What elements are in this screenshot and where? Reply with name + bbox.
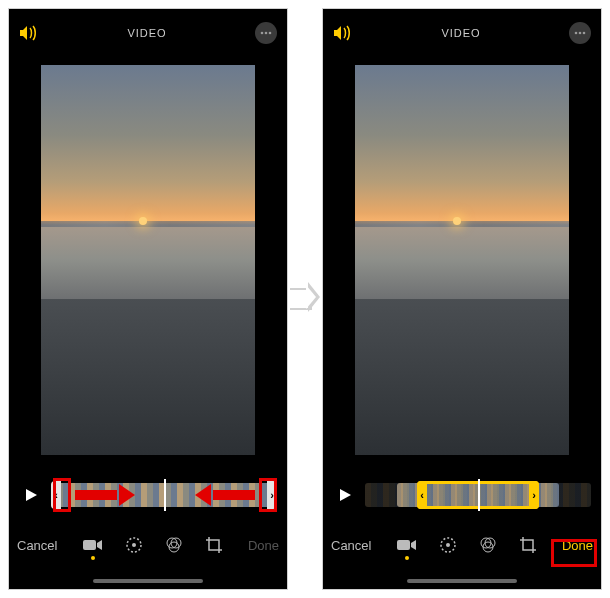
mode-title: VIDEO bbox=[127, 27, 166, 39]
playhead[interactable] bbox=[478, 479, 480, 511]
top-bar: VIDEO bbox=[9, 9, 287, 57]
bottom-toolbar: Cancel Done bbox=[9, 527, 287, 563]
volume-icon[interactable] bbox=[333, 25, 353, 41]
play-button[interactable] bbox=[333, 483, 357, 507]
svg-point-2 bbox=[269, 32, 272, 35]
trim-handle-left[interactable]: ‹ bbox=[417, 481, 427, 509]
svg-rect-12 bbox=[397, 540, 410, 550]
svg-point-10 bbox=[579, 32, 582, 35]
annotation-done-box bbox=[551, 539, 597, 567]
home-indicator bbox=[93, 579, 203, 583]
svg-point-5 bbox=[132, 543, 136, 547]
mode-title: VIDEO bbox=[441, 27, 480, 39]
cancel-button[interactable]: Cancel bbox=[17, 538, 57, 553]
annotation-right-handle-box bbox=[259, 478, 277, 512]
video-preview[interactable] bbox=[355, 65, 569, 455]
filters-icon[interactable] bbox=[479, 536, 497, 554]
svg-rect-3 bbox=[83, 540, 96, 550]
play-button[interactable] bbox=[19, 483, 43, 507]
svg-point-14 bbox=[446, 543, 450, 547]
editor-screenshot-step1: VIDEO ‹ › Cancel bbox=[8, 8, 288, 590]
svg-point-8 bbox=[169, 542, 179, 552]
timeline-row: ‹ › bbox=[333, 481, 591, 509]
crop-icon[interactable] bbox=[519, 536, 537, 554]
svg-point-0 bbox=[261, 32, 264, 35]
video-icon[interactable] bbox=[397, 538, 417, 552]
more-icon[interactable] bbox=[255, 22, 277, 44]
home-indicator bbox=[407, 579, 517, 583]
annotation-arrow-right bbox=[75, 484, 135, 506]
done-button[interactable]: Done bbox=[248, 538, 279, 553]
adjust-icon[interactable] bbox=[439, 536, 457, 554]
cancel-button[interactable]: Cancel bbox=[331, 538, 371, 553]
svg-point-9 bbox=[575, 32, 578, 35]
adjust-icon[interactable] bbox=[125, 536, 143, 554]
filters-icon[interactable] bbox=[165, 536, 183, 554]
volume-icon[interactable] bbox=[19, 25, 39, 41]
step-arrow-icon bbox=[290, 280, 318, 314]
trim-handle-right[interactable]: › bbox=[529, 481, 539, 509]
trim-strip[interactable]: ‹ › bbox=[365, 481, 591, 509]
svg-point-1 bbox=[265, 32, 268, 35]
video-preview[interactable] bbox=[41, 65, 255, 455]
top-bar: VIDEO bbox=[323, 9, 601, 57]
crop-icon[interactable] bbox=[205, 536, 223, 554]
editor-screenshot-step2: VIDEO ‹ › Cancel bbox=[322, 8, 602, 590]
annotation-arrow-left bbox=[195, 484, 255, 506]
more-icon[interactable] bbox=[569, 22, 591, 44]
playhead[interactable] bbox=[164, 479, 166, 511]
svg-point-11 bbox=[583, 32, 586, 35]
video-icon[interactable] bbox=[83, 538, 103, 552]
annotation-left-handle-box bbox=[53, 478, 71, 512]
svg-point-17 bbox=[483, 542, 493, 552]
